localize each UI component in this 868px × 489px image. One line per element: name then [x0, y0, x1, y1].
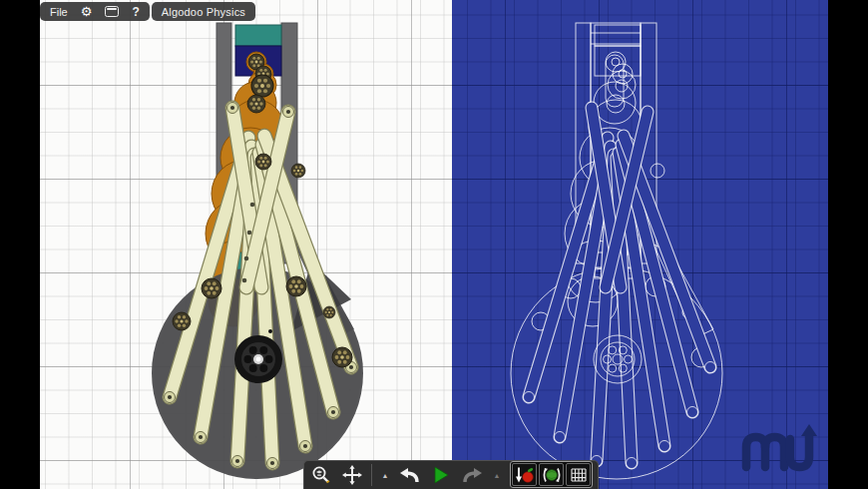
app-title: Algodoo Physics	[162, 6, 245, 18]
scene-canvas[interactable]	[40, 0, 452, 489]
up-triangle-icon: ▲	[382, 472, 389, 479]
macupdate-logo	[740, 421, 824, 473]
redo-button[interactable]	[460, 464, 484, 486]
title-segment: Algodoo Physics	[152, 2, 255, 21]
window-icon[interactable]	[105, 6, 119, 17]
toolbar-divider	[371, 464, 372, 486]
gravity-toggle[interactable]	[512, 463, 537, 486]
air-friction-icon	[542, 466, 562, 484]
zoom-tool-button[interactable]	[309, 464, 333, 486]
world-toggles	[510, 461, 593, 488]
blueprint-lever-fan	[529, 108, 710, 463]
redo-arrow-icon	[462, 468, 482, 483]
undo-history-button[interactable]: ▲	[379, 464, 391, 486]
main-menu-bar: File ⚙ ? Algodoo Physics	[40, 2, 255, 21]
menu-segment: File ⚙ ?	[40, 2, 150, 21]
file-menu[interactable]: File	[50, 6, 68, 18]
grid-icon	[571, 468, 587, 482]
blueprint-drawing	[452, 0, 828, 489]
simulation-toolbar: ▲ ▲	[303, 460, 599, 489]
help-button[interactable]: ?	[132, 5, 139, 19]
redo-history-button[interactable]: ▲	[491, 464, 503, 486]
undo-arrow-icon	[400, 468, 420, 483]
grid-toggle[interactable]	[566, 463, 591, 486]
play-icon	[434, 467, 449, 483]
up-triangle-icon: ▲	[494, 472, 501, 479]
blueprint-canvas[interactable]	[452, 0, 828, 489]
app-window: File ⚙ ? Algodoo Physics	[40, 0, 828, 489]
contraption-drawing	[40, 0, 452, 489]
magnifier-icon	[311, 465, 331, 485]
undo-button[interactable]	[398, 464, 422, 486]
gear-icon[interactable]: ⚙	[81, 5, 93, 18]
four-way-arrows-icon	[342, 465, 362, 485]
pan-tool-button[interactable]	[340, 464, 364, 486]
play-button[interactable]	[429, 464, 453, 486]
air-friction-toggle[interactable]	[539, 463, 564, 486]
gravity-apple-icon	[515, 466, 535, 484]
